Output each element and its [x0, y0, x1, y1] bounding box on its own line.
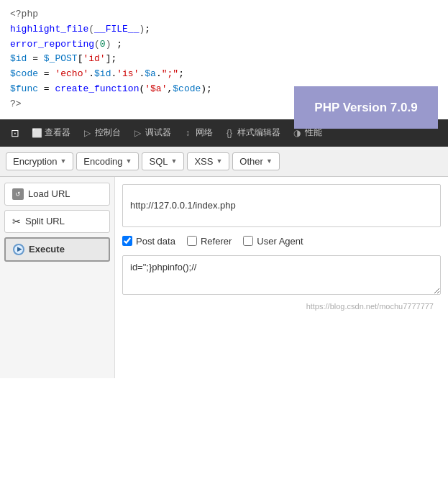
xss-dropdown-arrow: ▼	[216, 157, 222, 165]
encryption-button[interactable]: Encryption ▼	[6, 152, 73, 170]
code-line-3: error_reporting(0) ;	[10, 37, 438, 52]
encoding-button[interactable]: Encoding ▼	[76, 152, 139, 170]
other-dropdown-arrow: ▼	[266, 157, 273, 165]
referer-checkbox-item: Referer	[187, 236, 232, 247]
panel-layout: ↺ Load URL ✂ Split URL Execute Post data	[0, 177, 448, 378]
watermark-text: https://blog.csdn.net/mochu7777777	[306, 302, 434, 311]
post-data-label: Post data	[136, 236, 175, 247]
post-data-checkbox[interactable]	[122, 236, 132, 246]
referer-checkbox[interactable]	[187, 236, 197, 246]
network-icon: ↕	[183, 128, 193, 138]
code-line-4: $id = $_POST['id'];	[10, 52, 438, 67]
devtools-debugger-label: 调试器	[145, 127, 171, 139]
referer-label: Referer	[201, 236, 232, 247]
devtools-inspector[interactable]: ⬜ 查看器	[26, 122, 76, 143]
devtools-debugger[interactable]: ▷ 调试器	[127, 122, 177, 143]
inspector-icon: ⬜	[32, 128, 42, 138]
php-version-text: PHP Version 7.0.9	[314, 101, 417, 114]
encryption-dropdown-arrow: ▼	[60, 157, 66, 165]
load-url-icon: ↺	[12, 188, 24, 200]
code-line-2: highlight_file(__FILE__);	[10, 22, 438, 37]
other-button[interactable]: Other ▼	[232, 152, 279, 170]
right-panel: Post data Referer User Agent id=";}phpin…	[115, 177, 448, 378]
load-url-button[interactable]: ↺ Load URL	[4, 183, 110, 206]
user-agent-checkbox-item: User Agent	[243, 236, 303, 247]
watermark: https://blog.csdn.net/mochu7777777	[122, 301, 441, 313]
checkboxes-row: Post data Referer User Agent	[122, 233, 441, 249]
user-agent-checkbox[interactable]	[243, 236, 253, 246]
performance-icon: ◑	[292, 128, 302, 138]
execute-button[interactable]: Execute	[4, 237, 110, 262]
sql-button[interactable]: SQL ▼	[142, 152, 184, 170]
main-content: ↺ Load URL ✂ Split URL Execute Post data	[0, 177, 448, 378]
devtools-console[interactable]: ▷ 控制台	[76, 122, 127, 143]
user-agent-label: User Agent	[257, 236, 303, 247]
devtools-network-label: 网络	[196, 127, 213, 139]
devtools-logo-icon: ⊡	[10, 128, 20, 138]
encryption-label: Encryption	[13, 156, 57, 167]
code-line-5: $code = 'echo'.$id.'is'.$a.";";	[10, 67, 438, 82]
xss-label: XSS	[194, 156, 213, 167]
devtools-inspector-label: 查看器	[45, 127, 70, 139]
load-url-label: Load URL	[28, 188, 70, 199]
php-version-box: PHP Version 7.0.9	[294, 86, 438, 129]
encoding-dropdown-arrow: ▼	[126, 157, 132, 165]
devtools-console-label: 控制台	[95, 127, 121, 139]
execute-label: Execute	[29, 244, 65, 255]
scissors-icon: ✂	[12, 216, 21, 227]
devtools-style-label: 样式编辑器	[237, 127, 280, 139]
code-section: <?php highlight_file(__FILE__); error_re…	[0, 0, 448, 119]
code-line-1: <?php	[10, 7, 438, 22]
post-data-checkbox-item: Post data	[122, 236, 175, 247]
split-url-label: Split URL	[25, 216, 65, 226]
other-label: Other	[239, 156, 263, 167]
execute-play-icon	[13, 244, 24, 255]
sql-label: SQL	[149, 156, 168, 167]
console-icon: ▷	[82, 128, 92, 138]
debugger-icon: ▷	[132, 128, 142, 138]
left-panel: ↺ Load URL ✂ Split URL Execute	[0, 177, 115, 378]
devtools-style[interactable]: {} 样式编辑器	[219, 122, 286, 143]
devtools-network[interactable]: ↕ 网络	[177, 122, 219, 143]
url-input[interactable]	[122, 184, 441, 227]
split-url-button[interactable]: ✂ Split URL	[4, 210, 110, 233]
toolbar: Encryption ▼ Encoding ▼ SQL ▼ XSS ▼ Othe…	[0, 147, 448, 177]
style-icon: {}	[224, 128, 234, 138]
encoding-label: Encoding	[83, 156, 122, 167]
devtools-icon-item[interactable]: ⊡	[4, 124, 26, 142]
post-data-textarea[interactable]: id=";}phpinfo();//	[122, 255, 441, 295]
sql-dropdown-arrow: ▼	[171, 157, 178, 165]
xss-button[interactable]: XSS ▼	[187, 152, 229, 170]
